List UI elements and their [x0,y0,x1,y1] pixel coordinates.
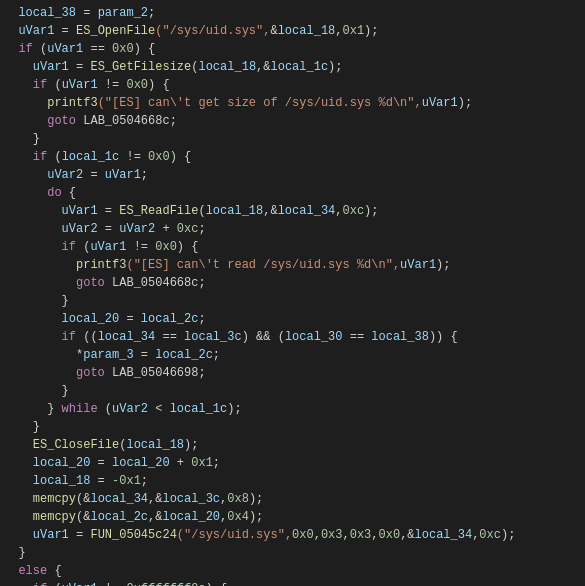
token-str: ("[ES] can\'t get size of /sys/uid.sys %… [98,96,422,110]
code-text: printf3("[ES] can\'t get size of /sys/ui… [4,94,581,112]
token-var-local: local_34 [98,330,156,344]
token-plain: } [4,420,40,434]
token-plain: ) && ( [242,330,285,344]
token-var-local: local_38 [371,330,429,344]
token-var-local: local_2c [141,312,199,326]
token-plain: (& [76,492,90,506]
token-plain: != [98,582,127,586]
token-plain: ); [184,438,198,452]
token-num: 0x0 [112,42,134,56]
token-plain: ; [213,348,220,362]
token-plain: ( [98,402,112,416]
token-kw: do [47,186,61,200]
token-plain: } [4,402,62,416]
token-var-local: local_20 [62,312,120,326]
token-plain: == [342,330,371,344]
token-var-local: local_30 [285,330,343,344]
token-plain [4,78,33,92]
code-text: ES_CloseFile(local_18); [4,436,581,454]
token-kw: goto [76,366,105,380]
code-line: goto LAB_05046698; [0,364,585,382]
token-var-local: local_38 [18,6,76,20]
token-plain: } [4,132,40,146]
token-plain: ; [148,6,155,20]
token-plain: ) { [170,150,192,164]
token-plain: ) { [134,42,156,56]
token-num: -0x1 [112,474,141,488]
code-text: if (uVar1 != 0xfffffff9a) { [4,580,581,586]
code-view: local_38 = param_2; uVar1 = ES_OpenFile(… [0,0,585,586]
token-plain [4,150,33,164]
code-line: local_20 = local_20 + 0x1; [0,454,585,472]
code-text: if ((local_34 == local_3c) && (local_30 … [4,328,581,346]
token-kw: else [18,564,47,578]
code-text: if (local_1c != 0x0) { [4,148,581,166]
code-text: if (uVar1 == 0x0) { [4,40,581,58]
token-plain [4,492,33,506]
token-var-local: local_18 [33,474,91,488]
token-var-local: local_18 [206,204,264,218]
token-plain: ( [47,78,61,92]
token-plain: = [54,24,76,38]
code-line: memcpy(&local_2c,&local_20,0x4); [0,508,585,526]
token-kw: if [33,582,47,586]
token-plain: = [90,456,112,470]
token-var-local: local_20 [162,510,220,524]
token-plain [4,114,47,128]
code-line: goto LAB_0504668c; [0,112,585,130]
code-line: local_38 = param_2; [0,4,585,22]
token-kw: if [62,330,76,344]
token-num: 0xc [342,204,364,218]
token-var-local: uVar1 [33,528,69,542]
token-plain: ; [198,222,205,236]
code-text: printf3("[ES] can\'t read /sys/uid.sys %… [4,256,581,274]
code-line: if ((local_34 == local_3c) && (local_30 … [0,328,585,346]
token-plain [4,186,47,200]
token-plain: ); [364,24,378,38]
token-plain [4,60,33,74]
code-line: do { [0,184,585,202]
token-plain: LAB_0504668c; [76,114,177,128]
token-var-local: uVar2 [112,402,148,416]
token-num: 0x8 [227,492,249,506]
token-plain [4,312,62,326]
token-plain: = [119,312,141,326]
token-plain: { [47,564,61,578]
token-fn: ES_OpenFile [76,24,155,38]
token-plain [4,258,76,272]
token-plain: = [83,168,105,182]
token-var-local: local_3c [184,330,242,344]
code-line: if (uVar1 != 0xfffffff9a) { [0,580,585,586]
code-line: ES_CloseFile(local_18); [0,436,585,454]
code-line: } while (uVar2 < local_1c); [0,400,585,418]
code-text: uVar1 = FUN_05045c24("/sys/uid.sys",0x0,… [4,526,581,544]
token-plain [4,42,18,56]
code-line: memcpy(&local_34,&local_3c,0x8); [0,490,585,508]
token-fn: memcpy [33,510,76,524]
token-plain: = [134,348,156,362]
token-var-local: local_34 [90,492,148,506]
token-plain: ( [33,42,47,56]
token-num: 0x0 [292,528,314,542]
code-text: } [4,418,581,436]
token-plain [4,438,33,452]
token-num: 0x1 [342,24,364,38]
code-line: uVar2 = uVar2 + 0xc; [0,220,585,238]
token-plain: == [83,42,112,56]
code-line: local_20 = local_2c; [0,310,585,328]
token-var-local: uVar2 [119,222,155,236]
token-kw: goto [47,114,76,128]
code-line: } [0,418,585,436]
code-line: local_18 = -0x1; [0,472,585,490]
token-plain [4,510,33,524]
token-num: 0x0 [126,78,148,92]
token-plain: (( [76,330,98,344]
token-var-local: uVar1 [62,78,98,92]
token-var-local: uVar1 [90,240,126,254]
token-plain: ,& [148,510,162,524]
code-line: uVar1 = ES_ReadFile(local_18,&local_34,0… [0,202,585,220]
code-text: goto LAB_0504668c; [4,112,581,130]
token-plain: , [314,528,321,542]
token-plain: = [76,6,98,20]
token-var-local: local_3c [162,492,220,506]
